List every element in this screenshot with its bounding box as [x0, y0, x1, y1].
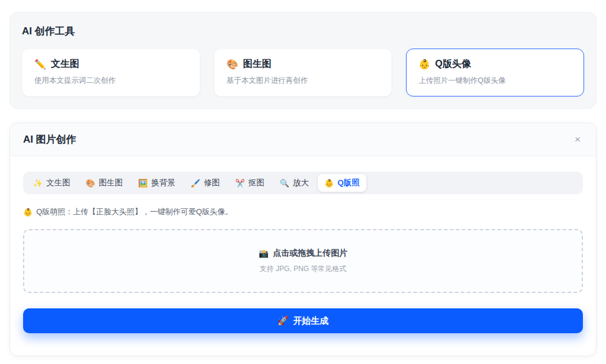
scissors-icon: ✂️ [235, 179, 244, 188]
tab-label: 抠图 [249, 178, 265, 188]
palette-icon: 🎨 [86, 179, 95, 188]
tool-card-desc: 基于本文图片进行再创作 [227, 76, 380, 86]
palette-icon: 🎨 [227, 59, 238, 70]
pencil-icon: ✏️ [34, 59, 46, 70]
upload-main-line: 📸 点击或拖拽上传图片 [259, 248, 347, 259]
baby-face-icon: 👶 [23, 208, 33, 217]
camera-flash-icon: 📸 [259, 249, 269, 258]
upload-dropzone[interactable]: 📸 点击或拖拽上传图片 支持 JPG, PNG 等常见格式 [23, 229, 583, 293]
tool-card-title-text: Q版头像 [435, 58, 470, 70]
upload-main-text: 点击或拖拽上传图片 [273, 248, 347, 259]
baby-face-icon: 👶 [418, 59, 430, 70]
tab-label: 文生图 [46, 178, 70, 188]
tool-card-desc: 上传照片一键制作Q版头像 [418, 76, 572, 86]
creator-panel: AI 图片创作 × ✨ 文生图 🎨 图生图 🖼️ 换背景 🖌️ 修图 ✂️ [9, 123, 597, 356]
tab-retouch[interactable]: 🖌️ 修图 [184, 174, 226, 192]
tool-card-title: ✏️ 文生图 [34, 58, 188, 70]
mode-hint: 👶 Q版萌照：上传【正脸大头照】，一键制作可爱Q版头像。 [23, 207, 583, 217]
generate-button[interactable]: 🚀 开始生成 [23, 308, 583, 333]
tab-text-to-image[interactable]: ✨ 文生图 [27, 174, 77, 192]
tool-card-desc: 使用本文提示词二次创作 [34, 76, 188, 86]
tools-panel-title: AI 创作工具 [22, 24, 584, 38]
tools-panel: AI 创作工具 ✏️ 文生图 使用本文提示词二次创作 🎨 图生图 基于本文图片进… [9, 12, 597, 109]
rocket-icon: 🚀 [278, 315, 289, 326]
tool-card-q-avatar[interactable]: 👶 Q版头像 上传照片一键制作Q版头像 [406, 49, 584, 96]
tab-image-to-image[interactable]: 🎨 图生图 [79, 174, 130, 192]
upload-sub-text: 支持 JPG, PNG 等常见格式 [260, 264, 347, 274]
tool-card-title: 🎨 图生图 [227, 58, 380, 70]
tab-q-photo[interactable]: 👶 Q版照 [318, 174, 366, 192]
mode-tabbar: ✨ 文生图 🎨 图生图 🖼️ 换背景 🖌️ 修图 ✂️ 抠图 🔍 放大 [23, 172, 583, 194]
creator-title: AI 图片创作 [23, 133, 76, 146]
magnifying-glass-icon: 🔍 [280, 179, 289, 188]
close-icon[interactable]: × [572, 133, 583, 146]
tab-label: 修图 [204, 178, 220, 188]
creator-header: AI 图片创作 × [10, 123, 596, 156]
tool-card-image-to-image[interactable]: 🎨 图生图 基于本文图片进行再创作 [214, 49, 392, 96]
tab-cutout[interactable]: ✂️ 抠图 [228, 174, 270, 192]
tab-label: 图生图 [99, 178, 123, 188]
sparkles-icon: ✨ [33, 179, 43, 188]
tab-change-background[interactable]: 🖼️ 换背景 [131, 174, 182, 192]
tool-card-title: 👶 Q版头像 [418, 58, 572, 70]
tab-label: 换背景 [152, 178, 176, 188]
generate-button-label: 开始生成 [293, 315, 328, 327]
tool-card-title-text: 图生图 [243, 58, 272, 70]
baby-face-icon: 👶 [324, 179, 334, 188]
tool-cards-row: ✏️ 文生图 使用本文提示词二次创作 🎨 图生图 基于本文图片进行再创作 👶 Q… [22, 49, 584, 96]
paintbrush-icon: 🖌️ [191, 179, 200, 188]
tool-card-title-text: 文生图 [51, 58, 79, 70]
tool-card-text-to-image[interactable]: ✏️ 文生图 使用本文提示词二次创作 [22, 49, 200, 96]
tab-upscale[interactable]: 🔍 放大 [273, 174, 315, 192]
mode-hint-text: Q版萌照：上传【正脸大头照】，一键制作可爱Q版头像。 [36, 207, 233, 217]
tab-label: 放大 [293, 178, 309, 188]
creator-body: ✨ 文生图 🎨 图生图 🖼️ 换背景 🖌️ 修图 ✂️ 抠图 🔍 放大 [10, 156, 596, 356]
framed-picture-icon: 🖼️ [138, 179, 147, 188]
tab-label: Q版照 [337, 178, 360, 188]
